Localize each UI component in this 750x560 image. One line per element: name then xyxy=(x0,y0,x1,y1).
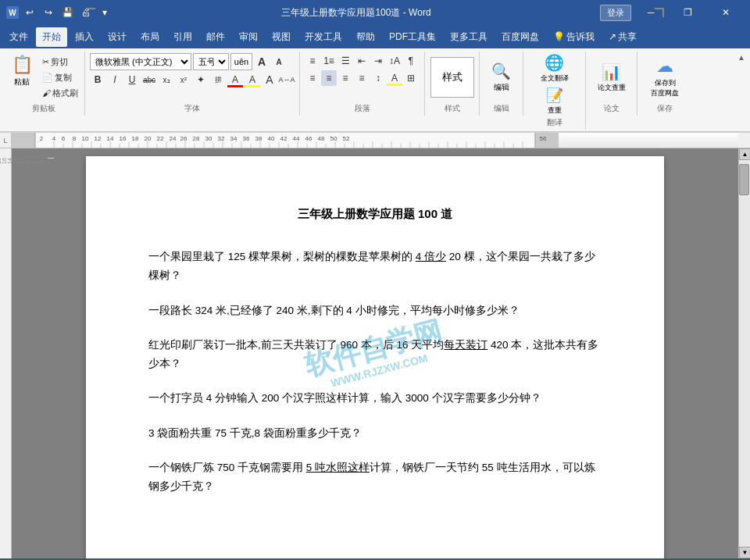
svg-text:22: 22 xyxy=(157,135,164,142)
font-size-select[interactable]: 五号 xyxy=(193,53,229,70)
svg-text:38: 38 xyxy=(255,135,262,142)
edit-button[interactable]: 🔍 编辑 xyxy=(491,62,511,93)
format-painter-button[interactable]: 🖌格式刷 xyxy=(39,86,81,100)
translate-group: 🌐 全文翻译 📝 查重 翻译 xyxy=(523,52,586,130)
menu-design[interactable]: 设计 xyxy=(102,27,133,47)
paper-group-label: 论文 xyxy=(604,102,620,114)
justify-button[interactable]: ≡ xyxy=(354,70,370,86)
show-marks-button[interactable]: ¶ xyxy=(403,53,419,69)
svg-text:42: 42 xyxy=(280,135,288,142)
menu-help[interactable]: 帮助 xyxy=(350,27,381,47)
align-right-button[interactable]: ≡ xyxy=(338,70,353,86)
edit-icon: 🔍 xyxy=(491,62,511,80)
full-translate-button[interactable]: 🌐 全文翻译 xyxy=(541,53,569,84)
edit-group-label: 编辑 xyxy=(494,102,509,114)
copy-button[interactable]: 📄复制 xyxy=(39,70,81,84)
font-size-field[interactable]: uên xyxy=(230,53,252,70)
strikethrough-button[interactable]: abc xyxy=(141,72,157,87)
doc-para-6: 一个钢铁厂炼 750 千克钢需要用 5 吨水照这样计算，钢铁厂一天节约 55 吨… xyxy=(148,458,602,497)
doc-para-1: 一个果园里栽了 125 棵苹果树，梨树的棵数是苹果树的 4 倍少 20 棵，这个… xyxy=(148,248,602,286)
list-bullets-button[interactable]: ≡ xyxy=(305,53,320,69)
bold-button[interactable]: B xyxy=(90,72,105,87)
doc-scroll[interactable]: 软件自学网 WWW.RJZXW.COM 三年级上册数学应用题 100 道 一个果… xyxy=(12,148,738,558)
menu-tell[interactable]: 💡告诉我 xyxy=(547,27,601,47)
svg-rect-0 xyxy=(12,133,35,148)
font-name-select[interactable]: 微软雅黑 (中文正文) xyxy=(90,53,191,70)
scroll-down-button[interactable]: ▼ xyxy=(739,547,750,558)
clear-format-button[interactable]: ✦ xyxy=(193,72,209,87)
word-icon: W xyxy=(6,6,19,19)
menu-baidu[interactable]: 百度网盘 xyxy=(495,27,545,47)
svg-text:6: 6 xyxy=(62,135,66,142)
shading-button[interactable]: A xyxy=(387,70,402,86)
left-ruler: 2 4 6 8 10 12 14 16 18 20 22 24 26 28 30… xyxy=(0,148,12,558)
menu-insert[interactable]: 插入 xyxy=(69,27,100,47)
ruler-right-corner xyxy=(738,133,750,148)
svg-text:4: 4 xyxy=(52,135,56,142)
scrollbar-thumb[interactable] xyxy=(739,164,749,195)
menu-share[interactable]: ↗共享 xyxy=(602,27,643,47)
paste-button[interactable]: 📋 粘贴 xyxy=(6,53,38,89)
font-color-button[interactable]: A xyxy=(227,72,243,87)
svg-text:8: 8 xyxy=(73,135,77,142)
italic-button[interactable]: I xyxy=(107,72,123,87)
restore-button[interactable]: ❐ xyxy=(670,0,706,25)
multilevel-list-button[interactable]: ☰ xyxy=(338,53,353,69)
align-left-button[interactable]: ≡ xyxy=(305,70,320,86)
menu-view[interactable]: 视图 xyxy=(266,27,297,47)
ribbon-collapse-button[interactable]: ▲ xyxy=(736,52,747,63)
style-selector[interactable]: 样式 xyxy=(430,57,474,98)
font-size-small-button[interactable]: A xyxy=(271,54,287,70)
menu-pdf[interactable]: PDF工具集 xyxy=(383,27,442,47)
underline-button[interactable]: U xyxy=(124,72,140,87)
menu-dev[interactable]: 开发工具 xyxy=(298,27,348,47)
font-size-large-button[interactable]: A xyxy=(254,54,270,70)
translate-icon: 🌐 xyxy=(545,53,564,72)
line-spacing-button[interactable]: ↕ xyxy=(370,70,386,86)
scroll-up-button[interactable]: ▲ xyxy=(739,148,750,160)
menu-more[interactable]: 更多工具 xyxy=(444,27,494,47)
list-numbers-button[interactable]: 1≡ xyxy=(321,53,337,69)
menu-mail[interactable]: 邮件 xyxy=(200,27,231,47)
doc-para-4: 一个打字员 4 分钟输入 200 个汉字照这样计算，输入 3000 个汉字需要多… xyxy=(148,389,602,408)
align-center-button[interactable]: ≡ xyxy=(321,70,337,86)
svg-text:14: 14 xyxy=(107,135,114,142)
edit-group: 🔍 编辑 编辑 xyxy=(480,52,523,116)
redo-button[interactable]: ↪ xyxy=(41,5,56,20)
border-button[interactable]: ⊞ xyxy=(403,70,419,86)
menu-layout[interactable]: 布局 xyxy=(134,27,166,47)
char-spacing-button[interactable]: A↔A xyxy=(279,72,295,87)
superscript-button[interactable]: x² xyxy=(176,72,191,87)
menu-review[interactable]: 审阅 xyxy=(233,27,264,47)
underline-1: 4 倍少 xyxy=(416,251,446,262)
save-baidu-button[interactable]: ☁ 保存到百度网盘 xyxy=(651,56,679,98)
menu-reference[interactable]: 引用 xyxy=(167,27,198,47)
paste-icon: 📋 xyxy=(12,55,33,75)
menu-home[interactable]: 开始 xyxy=(36,27,67,47)
svg-text:20: 20 xyxy=(145,135,152,142)
pinyin-button[interactable]: 拼 xyxy=(210,72,226,87)
sort-button[interactable]: ↕A xyxy=(387,53,402,69)
increase-indent-button[interactable]: ⇥ xyxy=(370,53,386,69)
svg-text:36: 36 xyxy=(243,135,250,142)
doc-title: 三年级上册数学应用题 100 道 xyxy=(148,203,602,224)
recheck-button[interactable]: 📝 查重 xyxy=(546,87,563,116)
ruler: L xyxy=(0,133,750,148)
font-options-button[interactable]: A xyxy=(262,72,277,87)
scrollbar-track[interactable] xyxy=(739,160,750,547)
svg-text:2: 2 xyxy=(40,135,44,142)
font-group: 微软雅黑 (中文正文) 五号 uên A A B I U abc x₂ x² xyxy=(85,52,300,116)
menu-file[interactable]: 文件 xyxy=(3,27,34,47)
undo-button[interactable]: ↩ xyxy=(22,5,38,20)
subscript-button[interactable]: x₂ xyxy=(159,72,174,87)
svg-text:50: 50 xyxy=(330,135,338,142)
close-button[interactable]: ✕ xyxy=(708,0,744,25)
doc-page[interactable]: 软件自学网 WWW.RJZXW.COM 三年级上册数学应用题 100 道 一个果… xyxy=(86,156,664,558)
cut-icon: ✂ xyxy=(42,57,49,67)
save-quick-button[interactable]: 💾 xyxy=(59,5,75,20)
paper-check-button[interactable]: 📊 论文查重 xyxy=(598,62,626,93)
cut-button[interactable]: ✂剪切 xyxy=(39,55,81,69)
ribbon-content: 📋 粘贴 ✂剪切 📄复制 🖌格式刷 剪贴板 微软雅黑 (中文正文) xyxy=(0,48,750,132)
decrease-indent-button[interactable]: ⇤ xyxy=(354,53,370,69)
highlight-button[interactable]: A xyxy=(245,72,260,87)
